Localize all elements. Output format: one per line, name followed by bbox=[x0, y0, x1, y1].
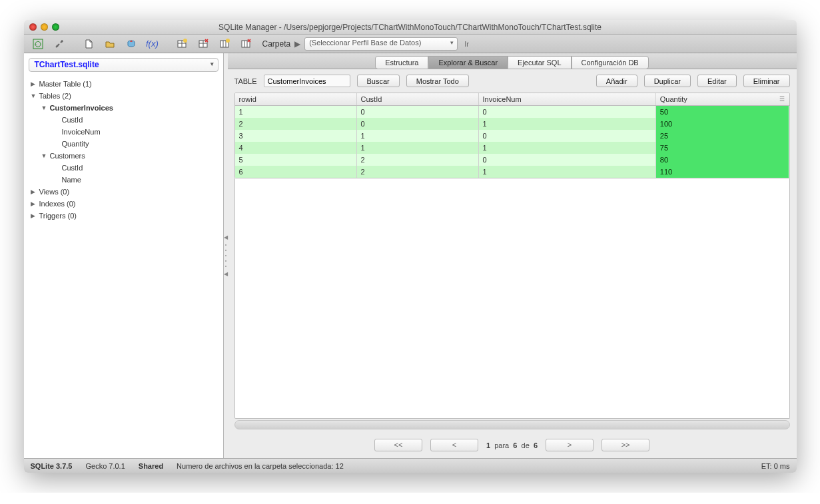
new-table-button[interactable] bbox=[172, 37, 192, 51]
cell-rowid[interactable]: 5 bbox=[235, 154, 357, 166]
tree-master-table[interactable]: ▶Master Table (1) bbox=[24, 78, 223, 90]
ir-button[interactable]: Ir bbox=[464, 40, 469, 48]
settings-button[interactable] bbox=[49, 37, 69, 51]
table-row[interactable]: 10050 bbox=[235, 106, 789, 118]
pager-next-button[interactable]: > bbox=[546, 439, 594, 451]
minimize-window-button[interactable] bbox=[41, 23, 48, 31]
tree-table-customerinvoices[interactable]: ▼CustomerInvoices bbox=[24, 102, 223, 114]
tabbar: Estructura Explorar & Buscar Ejecutar SQ… bbox=[228, 53, 797, 69]
col-invoicenum[interactable]: InvoiceNum bbox=[479, 93, 656, 105]
zoom-window-button[interactable] bbox=[52, 23, 59, 31]
tree-col[interactable]: CustId bbox=[24, 114, 223, 126]
current-table-name[interactable] bbox=[264, 75, 350, 87]
close-window-button[interactable] bbox=[29, 23, 37, 31]
tree-col[interactable]: Quantity bbox=[24, 138, 223, 150]
col-custid[interactable]: CustId bbox=[357, 93, 479, 105]
cell-custid[interactable]: 2 bbox=[357, 166, 479, 178]
col-quantity[interactable]: Quantity☰ bbox=[656, 93, 789, 105]
cell-rowid[interactable]: 1 bbox=[235, 106, 357, 118]
new-file-button[interactable] bbox=[79, 37, 99, 51]
carpeta-label: Carpeta bbox=[262, 39, 291, 49]
tree-triggers[interactable]: ▶Triggers (0) bbox=[24, 210, 223, 222]
toolbar: f(x) Carpeta ▶ (Seleccionar Perfil Base … bbox=[24, 35, 797, 53]
table-row[interactable]: 621110 bbox=[235, 166, 789, 178]
status-message: Numero de archivos en la carpeta selecci… bbox=[177, 462, 344, 470]
function-button[interactable]: f(x) bbox=[143, 37, 163, 51]
tab-ejecutar-sql[interactable]: Ejecutar SQL bbox=[508, 56, 571, 69]
cell-custid[interactable]: 1 bbox=[357, 142, 479, 154]
cell-quantity[interactable]: 80 bbox=[656, 154, 789, 166]
sidebar: TChartTest.sqlite ▶Master Table (1) ▼Tab… bbox=[24, 53, 224, 458]
cell-invoicenum[interactable]: 0 bbox=[479, 154, 656, 166]
pager-total-pages: 6 bbox=[513, 441, 517, 449]
tab-configuracion-db[interactable]: Configuración DB bbox=[572, 56, 649, 69]
col-rowid[interactable]: rowid bbox=[235, 93, 357, 105]
eliminar-button[interactable]: Eliminar bbox=[743, 75, 790, 87]
horizontal-scrollbar[interactable] bbox=[234, 420, 790, 429]
cell-rowid[interactable]: 3 bbox=[235, 130, 357, 142]
pager-current: 1 bbox=[486, 441, 490, 449]
buscar-button[interactable]: Buscar bbox=[357, 75, 400, 87]
svg-rect-0 bbox=[33, 39, 43, 49]
pager-total-rows: 6 bbox=[534, 441, 538, 449]
data-grid: rowid CustId InvoiceNum Quantity☰ 100502… bbox=[234, 93, 790, 178]
pager-first-button[interactable]: << bbox=[374, 439, 422, 451]
cell-quantity[interactable]: 25 bbox=[656, 130, 789, 142]
tree-views[interactable]: ▶Views (0) bbox=[24, 186, 223, 198]
pager-last-button[interactable]: >> bbox=[602, 439, 649, 451]
cell-custid[interactable]: 2 bbox=[357, 154, 479, 166]
tree-tables[interactable]: ▼Tables (2) bbox=[24, 90, 223, 102]
drop-column-button[interactable] bbox=[236, 37, 256, 51]
svg-point-5 bbox=[183, 39, 187, 43]
tree-table-customers[interactable]: ▼Customers bbox=[24, 150, 223, 162]
titlebar: SQLite Manager - /Users/pepjorge/Project… bbox=[24, 20, 797, 35]
table-row[interactable]: 201100 bbox=[235, 118, 789, 130]
table-row[interactable]: 41175 bbox=[235, 142, 789, 154]
pager-prev-button[interactable]: < bbox=[430, 439, 478, 451]
cell-custid[interactable]: 1 bbox=[357, 130, 479, 142]
cell-rowid[interactable]: 6 bbox=[235, 166, 357, 178]
duplicar-button[interactable]: Duplicar bbox=[644, 75, 691, 87]
editar-button[interactable]: Editar bbox=[697, 75, 737, 87]
mostrar-todo-button[interactable]: Mostrar Todo bbox=[406, 75, 469, 87]
tab-estructura[interactable]: Estructura bbox=[375, 56, 428, 69]
cell-rowid[interactable]: 4 bbox=[235, 142, 357, 154]
carpeta-arrow-icon: ▶ bbox=[294, 39, 300, 49]
tree-col[interactable]: InvoiceNum bbox=[24, 126, 223, 138]
tab-explorar-buscar[interactable]: Explorar & Buscar bbox=[428, 56, 508, 69]
window-title: SQLite Manager - /Users/pepjorge/Project… bbox=[24, 23, 797, 32]
table-label: TABLE bbox=[234, 77, 257, 85]
cell-invoicenum[interactable]: 1 bbox=[479, 142, 656, 154]
tree-indexes[interactable]: ▶Indexes (0) bbox=[24, 198, 223, 210]
db-profile-select[interactable]: (Seleccionar Perfil Base de Datos) bbox=[304, 37, 458, 51]
cell-invoicenum[interactable]: 0 bbox=[479, 106, 656, 118]
schema-tree: ▶Master Table (1) ▼Tables (2) ▼CustomerI… bbox=[24, 77, 223, 458]
cell-invoicenum[interactable]: 0 bbox=[479, 130, 656, 142]
cell-quantity[interactable]: 75 bbox=[656, 142, 789, 154]
import-button[interactable] bbox=[121, 37, 141, 51]
tree-col[interactable]: Name bbox=[24, 174, 223, 186]
column-options-icon[interactable]: ☰ bbox=[779, 96, 785, 103]
cell-rowid[interactable]: 2 bbox=[235, 118, 357, 130]
anadir-button[interactable]: Añadir bbox=[596, 75, 637, 87]
refresh-button[interactable] bbox=[28, 37, 48, 51]
new-column-button[interactable] bbox=[214, 37, 234, 51]
cell-invoicenum[interactable]: 1 bbox=[479, 166, 656, 178]
cell-custid[interactable]: 0 bbox=[357, 118, 479, 130]
drop-table-button[interactable] bbox=[193, 37, 213, 51]
table-row[interactable]: 52080 bbox=[235, 154, 789, 166]
table-row[interactable]: 31025 bbox=[235, 130, 789, 142]
cell-quantity[interactable]: 50 bbox=[656, 106, 789, 118]
app-window: SQLite Manager - /Users/pepjorge/Project… bbox=[24, 20, 797, 473]
cell-quantity[interactable]: 100 bbox=[656, 118, 789, 130]
open-folder-button[interactable] bbox=[100, 37, 120, 51]
database-picker[interactable]: TChartTest.sqlite bbox=[29, 58, 218, 72]
cell-invoicenum[interactable]: 1 bbox=[479, 118, 656, 130]
svg-text:f(x): f(x) bbox=[146, 39, 159, 49]
cell-custid[interactable]: 0 bbox=[357, 106, 479, 118]
cell-quantity[interactable]: 110 bbox=[656, 166, 789, 178]
tree-col[interactable]: CustId bbox=[24, 162, 223, 174]
status-sqlite: SQLite 3.7.5 bbox=[31, 462, 73, 470]
svg-point-1 bbox=[56, 45, 58, 47]
svg-point-8 bbox=[226, 39, 230, 43]
